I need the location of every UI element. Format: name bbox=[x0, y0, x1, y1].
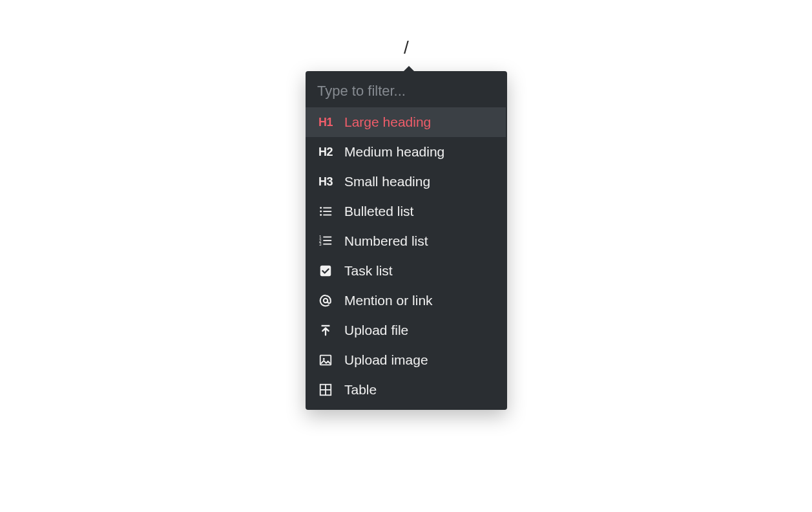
svg-rect-9 bbox=[323, 240, 331, 241]
h1-icon: H1 bbox=[317, 114, 334, 131]
menu-item-label: Large heading bbox=[344, 114, 494, 130]
filter-input[interactable] bbox=[313, 79, 499, 103]
numbered-list-icon: 123 bbox=[317, 233, 334, 250]
menu-item-numbered-list[interactable]: 123 Numbered list bbox=[306, 226, 506, 256]
menu-item-label: Upload file bbox=[344, 322, 494, 338]
h3-icon: H3 bbox=[317, 173, 334, 190]
svg-point-4 bbox=[320, 214, 322, 216]
menu-item-bulleted-list[interactable]: Bulleted list bbox=[306, 197, 506, 226]
menu-item-small-heading[interactable]: H3 Small heading bbox=[306, 167, 506, 197]
table-icon bbox=[317, 381, 334, 398]
menu-item-label: Bulleted list bbox=[344, 203, 494, 219]
upload-image-icon bbox=[317, 352, 334, 368]
command-menu-popover: H1 Large heading H2 Medium heading H3 Sm… bbox=[306, 71, 507, 410]
svg-text:3: 3 bbox=[319, 242, 322, 246]
svg-rect-3 bbox=[323, 211, 331, 212]
bulleted-list-icon bbox=[317, 203, 334, 220]
svg-rect-5 bbox=[323, 215, 331, 216]
svg-rect-12 bbox=[320, 266, 331, 277]
menu-item-medium-heading[interactable]: H2 Medium heading bbox=[306, 137, 506, 167]
menu-item-upload-image[interactable]: Upload image bbox=[306, 345, 506, 375]
svg-point-2 bbox=[320, 211, 322, 213]
svg-point-15 bbox=[323, 358, 325, 360]
menu-item-label: Numbered list bbox=[344, 233, 494, 249]
svg-rect-11 bbox=[323, 244, 331, 245]
menu-item-mention[interactable]: Mention or link bbox=[306, 286, 506, 315]
task-list-icon bbox=[317, 262, 334, 279]
upload-file-icon bbox=[317, 322, 334, 339]
menu-item-label: Table bbox=[344, 381, 494, 398]
menu-item-task-list[interactable]: Task list bbox=[306, 256, 506, 286]
svg-rect-7 bbox=[323, 237, 331, 238]
menu-item-large-heading[interactable]: H1 Large heading bbox=[306, 107, 506, 137]
menu-item-label: Task list bbox=[344, 262, 494, 279]
svg-rect-1 bbox=[323, 208, 331, 209]
menu-item-label: Medium heading bbox=[344, 144, 494, 160]
svg-rect-13 bbox=[322, 325, 330, 326]
svg-point-0 bbox=[320, 207, 322, 209]
menu-item-table[interactable]: Table bbox=[306, 375, 506, 405]
h2-icon: H2 bbox=[317, 144, 334, 160]
menu-item-label: Small heading bbox=[344, 173, 494, 189]
slash-trigger: / bbox=[404, 37, 409, 58]
mention-icon bbox=[317, 292, 334, 309]
menu-item-label: Mention or link bbox=[344, 292, 494, 308]
menu-item-upload-file[interactable]: Upload file bbox=[306, 315, 506, 345]
menu-item-label: Upload image bbox=[344, 352, 494, 368]
menu-list: H1 Large heading H2 Medium heading H3 Sm… bbox=[306, 107, 507, 405]
